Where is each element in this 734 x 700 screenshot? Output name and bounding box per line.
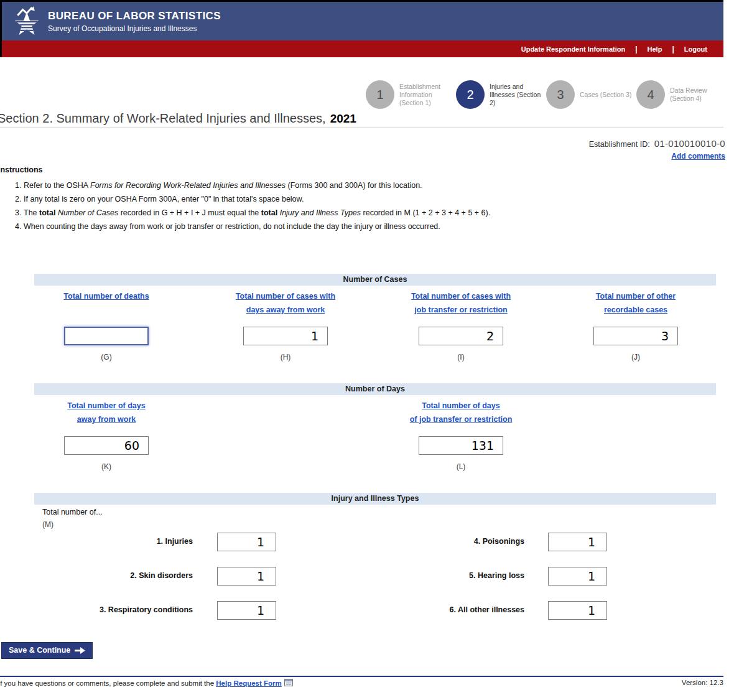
survey-year: 2021 bbox=[330, 112, 356, 125]
app-subtitle: Survey of Occupational Injuries and Illn… bbox=[48, 24, 221, 33]
field-letter-K: (K) bbox=[19, 462, 193, 471]
step-2-label: Injuries and Illnesses (Section 2) bbox=[490, 83, 543, 107]
injury-illness-types-header: Injury and Illness Types bbox=[34, 493, 716, 505]
field-letter-G: (G) bbox=[19, 353, 193, 362]
cases-column-deaths: Total number of deaths (G) bbox=[19, 289, 193, 362]
days-column-away-from-work: Total number of daysaway from work (K) bbox=[19, 399, 193, 471]
number-of-days-header: Number of Days bbox=[34, 383, 716, 395]
number-of-cases-section: Number of Cases Total number of deaths (… bbox=[34, 274, 716, 367]
label-poisonings: 4. Poisonings bbox=[383, 537, 524, 546]
input-poisonings[interactable] bbox=[548, 533, 607, 551]
help-link[interactable]: Help bbox=[648, 45, 662, 53]
types-intro: Total number of... bbox=[42, 508, 103, 516]
footer: Version: 12.3 If you have questions or c… bbox=[0, 676, 723, 687]
cases-job-transfer-link[interactable]: Total number of cases withjob transfer o… bbox=[374, 289, 548, 317]
cases-column-days-away: Total number of cases withdays away from… bbox=[198, 289, 373, 362]
input-respiratory-conditions[interactable] bbox=[217, 601, 276, 620]
step-data-review: 4 Data Review (Section 4) bbox=[636, 80, 727, 109]
bls-star-logo-icon bbox=[13, 6, 40, 36]
nav-separator: | bbox=[635, 45, 637, 54]
nav-separator: | bbox=[672, 45, 674, 54]
step-4-label: Data Review (Section 4) bbox=[670, 86, 723, 103]
footer-help-text: If you have questions or comments, pleas… bbox=[0, 679, 293, 687]
instruction-item: The total Number of Cases recorded in G … bbox=[24, 206, 723, 220]
input-cases-job-transfer-I[interactable] bbox=[419, 327, 503, 345]
days-job-transfer-link[interactable]: Total number of daysof job transfer or r… bbox=[374, 399, 548, 426]
step-cases: 3 Cases (Section 3) bbox=[546, 80, 636, 109]
arrow-right-icon bbox=[75, 647, 85, 654]
instructions-list: Refer to the OSHA Forms for Recording Wo… bbox=[0, 179, 723, 233]
input-total-deaths-G[interactable] bbox=[64, 327, 149, 345]
section-title-row: Section 2. Summary of Work-Related Injur… bbox=[0, 111, 723, 128]
total-deaths-link[interactable]: Total number of deaths bbox=[19, 289, 193, 317]
field-letter-M: (M) bbox=[42, 520, 53, 529]
window-chrome: BUREAU OF LABOR STATISTICS Survey of Occ… bbox=[0, 0, 723, 57]
step-3-circle[interactable]: 3 bbox=[546, 80, 575, 109]
step-1-circle[interactable]: 1 bbox=[366, 80, 394, 109]
cases-column-job-transfer: Total number of cases withjob transfer o… bbox=[374, 289, 548, 362]
save-continue-button[interactable]: Save & Continue bbox=[1, 642, 93, 659]
instructions: Instructions Refer to the OSHA Forms for… bbox=[0, 166, 723, 233]
update-respondent-link[interactable]: Update Respondent Information bbox=[521, 45, 625, 53]
input-cases-days-away-H[interactable] bbox=[243, 327, 328, 345]
input-hearing-loss[interactable] bbox=[548, 567, 607, 586]
days-column-job-transfer: Total number of daysof job transfer or r… bbox=[374, 399, 548, 471]
step-3-label: Cases (Section 3) bbox=[580, 91, 633, 99]
other-recordable-cases-link[interactable]: Total number of otherrecordable cases bbox=[549, 289, 723, 317]
instructions-heading: Instructions bbox=[0, 166, 723, 174]
page: BUREAU OF LABOR STATISTICS Survey of Occ… bbox=[0, 0, 734, 700]
cases-days-away-link[interactable]: Total number of cases withdays away from… bbox=[198, 289, 373, 317]
number-of-cases-header: Number of Cases bbox=[34, 274, 716, 286]
label-respiratory-conditions: 3. Respiratory conditions bbox=[34, 605, 193, 614]
step-injuries-illnesses: 2 Injuries and Illnesses (Section 2) bbox=[456, 80, 546, 109]
label-all-other-illnesses: 6. All other illnesses bbox=[383, 605, 524, 614]
number-of-days-section: Number of Days Total number of daysaway … bbox=[34, 383, 716, 477]
field-letter-I: (I) bbox=[374, 353, 548, 362]
step-4-circle[interactable]: 4 bbox=[636, 80, 665, 109]
input-other-recordable-J[interactable] bbox=[593, 327, 678, 345]
app-header: BUREAU OF LABOR STATISTICS Survey of Occ… bbox=[2, 2, 723, 40]
field-letter-J: (J) bbox=[549, 353, 723, 362]
days-away-from-work-link[interactable]: Total number of daysaway from work bbox=[19, 399, 193, 426]
page-title: Section 2. Summary of Work-Related Injur… bbox=[0, 111, 356, 125]
establishment-id-value: 01-010010010-0 bbox=[654, 138, 725, 149]
instruction-item: Refer to the OSHA Forms for Recording Wo… bbox=[24, 179, 723, 192]
label-hearing-loss: 5. Hearing loss bbox=[383, 571, 524, 580]
input-days-away-from-work-K[interactable] bbox=[64, 436, 149, 455]
establishment-id-label: Establishment ID: bbox=[589, 140, 650, 149]
instruction-item: If any total is zero on your OSHA Form 3… bbox=[24, 192, 723, 206]
new-window-icon bbox=[284, 679, 293, 686]
save-continue-label: Save & Continue bbox=[9, 646, 70, 655]
instruction-item: When counting the days away from work or… bbox=[24, 220, 723, 233]
step-2-circle[interactable]: 2 bbox=[456, 80, 485, 109]
app-title: BUREAU OF LABOR STATISTICS bbox=[48, 10, 221, 22]
step-1-label: Establishment Information (Section 1) bbox=[399, 83, 453, 107]
injury-illness-types-section: Injury and Illness Types Total number of… bbox=[34, 493, 716, 627]
step-establishment-information: 1 Establishment Information (Section 1) bbox=[366, 80, 456, 109]
input-skin-disorders[interactable] bbox=[217, 567, 276, 586]
logout-link[interactable]: Logout bbox=[684, 45, 707, 53]
input-all-other-illnesses[interactable] bbox=[548, 601, 607, 620]
progress-steps: 1 Establishment Information (Section 1) … bbox=[366, 80, 727, 109]
label-skin-disorders: 2. Skin disorders bbox=[34, 571, 193, 580]
help-request-form-link[interactable]: Help Request Form bbox=[216, 679, 281, 687]
top-nav: Update Respondent Information | Help | L… bbox=[2, 40, 723, 57]
input-injuries[interactable] bbox=[217, 533, 276, 551]
cases-column-other-recordable: Total number of otherrecordable cases (J… bbox=[549, 289, 723, 362]
establishment-id-block: Establishment ID:01-010010010-0 Add comm… bbox=[589, 138, 725, 161]
add-comments-link[interactable]: Add comments bbox=[671, 152, 725, 161]
field-letter-L: (L) bbox=[374, 462, 548, 471]
label-injuries: 1. Injuries bbox=[34, 537, 193, 546]
input-days-job-transfer-L[interactable] bbox=[419, 436, 503, 455]
version-text: Version: 12.3 bbox=[682, 679, 723, 686]
header-text: BUREAU OF LABOR STATISTICS Survey of Occ… bbox=[48, 10, 221, 33]
field-letter-H: (H) bbox=[198, 353, 373, 362]
